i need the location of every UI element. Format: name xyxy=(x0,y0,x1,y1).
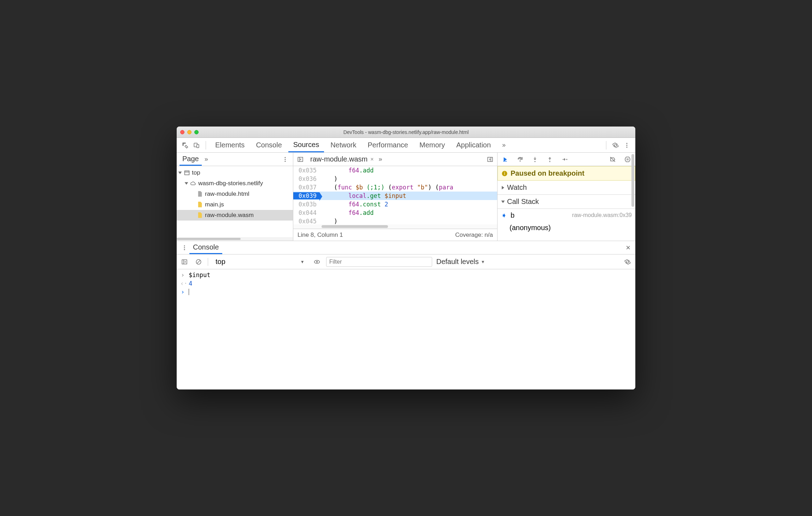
kebab-menu-icon[interactable] xyxy=(622,140,632,150)
console-text: 4 xyxy=(189,280,192,287)
code-line[interactable]: 0x035 f64.add xyxy=(293,166,497,175)
gutter-address[interactable]: 0x044 xyxy=(293,209,319,216)
code-text: ) xyxy=(319,218,497,224)
close-drawer-icon[interactable]: × xyxy=(624,243,632,252)
drawer-tab-console[interactable]: Console xyxy=(189,241,222,254)
resume-icon[interactable] xyxy=(500,154,510,164)
text-cursor xyxy=(189,289,189,295)
callstack-frame[interactable]: ➧ b raw-module.wasm:0x39 xyxy=(498,209,635,222)
code-line[interactable]: 0x044 f64.add xyxy=(293,209,497,217)
minimize-window-button[interactable] xyxy=(187,130,192,134)
tab-performance[interactable]: Performance xyxy=(363,138,413,152)
code-line[interactable]: 0x03b f64.const 2 xyxy=(293,200,497,209)
log-levels-selector[interactable]: Default levels ▼ xyxy=(436,258,485,266)
console-settings-gear-icon[interactable] xyxy=(623,257,632,267)
gutter-address[interactable]: 0x037 xyxy=(293,184,319,191)
callstack-frame[interactable]: (anonymous) xyxy=(498,222,635,234)
tree-file[interactable]: main.js xyxy=(177,199,293,210)
watch-section[interactable]: Watch xyxy=(498,181,635,195)
device-toggle-icon[interactable] xyxy=(192,140,201,150)
tab-application[interactable]: Application xyxy=(451,138,496,152)
gutter-address[interactable]: 0x036 xyxy=(293,175,319,182)
filter-input[interactable] xyxy=(326,257,432,267)
gutter-address[interactable]: 0x039 xyxy=(293,192,319,199)
svg-rect-1 xyxy=(197,144,199,147)
svg-rect-28 xyxy=(182,260,187,264)
code-line[interactable]: 0x036 ) xyxy=(293,175,497,183)
code-line[interactable]: 0x039 local.get $input xyxy=(293,192,497,200)
tab-memory[interactable]: Memory xyxy=(414,138,450,152)
editor-tab-label: raw-module.wasm xyxy=(310,155,367,163)
editor-tabs-overflow-icon[interactable]: » xyxy=(379,156,381,163)
svg-point-4 xyxy=(626,146,628,147)
svg-point-2 xyxy=(626,143,628,144)
file-icon xyxy=(197,212,203,218)
console-sidebar-toggle-icon[interactable] xyxy=(180,257,189,267)
tabs-overflow-icon[interactable]: » xyxy=(497,138,509,152)
inspect-icon[interactable] xyxy=(180,140,190,150)
navigator-overflow-icon[interactable]: » xyxy=(205,156,207,163)
svg-point-18 xyxy=(566,159,567,160)
close-tab-icon[interactable]: × xyxy=(370,156,373,163)
editor-tab[interactable]: raw-module.wasm × xyxy=(308,153,376,166)
console-toolbar: top ▼ Default levels ▼ xyxy=(177,254,635,269)
editor-pane: raw-module.wasm × » 0x035 f64.add0x036 )… xyxy=(293,153,498,241)
tree-file[interactable]: raw-module.html xyxy=(177,189,293,199)
file-tree[interactable]: top wasm-dbg-stories.netlify raw-module.… xyxy=(177,166,293,237)
window-title: DevTools - wasm-dbg-stories.netlify.app/… xyxy=(177,129,635,135)
tree-top[interactable]: top xyxy=(177,168,293,178)
deactivate-breakpoints-icon[interactable] xyxy=(608,154,618,164)
tab-sources[interactable]: Sources xyxy=(288,138,324,152)
step-over-icon[interactable] xyxy=(515,154,525,164)
toggle-navigator-icon[interactable] xyxy=(295,154,305,164)
step-out-icon[interactable] xyxy=(545,154,555,164)
tree-file-selected[interactable]: raw-module.wasm xyxy=(177,210,293,221)
maximize-window-button[interactable] xyxy=(194,130,199,134)
console-prompt[interactable]: › xyxy=(177,288,635,296)
clear-console-icon[interactable] xyxy=(194,257,204,267)
console-row-input: › $input xyxy=(177,271,635,279)
horizontal-scrollbar[interactable] xyxy=(177,237,293,241)
frame-location: raw-module.wasm:0x39 xyxy=(572,212,632,218)
gutter-address[interactable]: 0x03b xyxy=(293,201,319,208)
editor-scrollbar[interactable] xyxy=(293,224,497,229)
prompt-caret-icon: › xyxy=(180,288,185,295)
cloud-icon xyxy=(190,180,196,187)
section-label: Call Stack xyxy=(507,198,539,206)
disclosure-triangle-icon[interactable] xyxy=(502,186,504,189)
step-into-icon[interactable] xyxy=(530,154,540,164)
vertical-scrollbar[interactable] xyxy=(631,153,635,241)
code-line[interactable]: 0x037 (func $b (;1;) (export "b") (para xyxy=(293,183,497,192)
tab-console[interactable]: Console xyxy=(251,138,287,152)
gutter-address[interactable]: 0x045 xyxy=(293,218,319,224)
svg-line-31 xyxy=(197,260,200,263)
disclosure-triangle-icon[interactable] xyxy=(185,182,188,185)
section-label: Watch xyxy=(507,183,527,192)
tab-elements[interactable]: Elements xyxy=(210,138,249,152)
tab-network[interactable]: Network xyxy=(325,138,361,152)
step-icon[interactable] xyxy=(560,154,570,164)
svg-point-25 xyxy=(184,245,185,246)
drawer-menu-icon[interactable] xyxy=(180,243,189,253)
close-window-button[interactable] xyxy=(180,130,184,134)
svg-point-33 xyxy=(316,261,318,263)
code-editor[interactable]: 0x035 f64.add0x036 )0x037 (func $b (;1;)… xyxy=(293,166,497,224)
disclosure-triangle-icon[interactable] xyxy=(178,172,182,174)
svg-point-17 xyxy=(549,161,551,162)
svg-point-5 xyxy=(285,157,286,158)
toggle-debugger-icon[interactable] xyxy=(485,154,495,164)
settings-gear-icon[interactable] xyxy=(611,140,620,150)
callstack-section[interactable]: Call Stack xyxy=(498,195,635,209)
context-selector[interactable]: top ▼ xyxy=(212,257,308,267)
gutter-address[interactable]: 0x035 xyxy=(293,167,319,174)
tree-domain[interactable]: wasm-dbg-stories.netlify xyxy=(177,178,293,189)
navigator-menu-icon[interactable] xyxy=(280,154,290,164)
live-expression-icon[interactable] xyxy=(312,257,322,267)
dropdown-caret-icon: ▼ xyxy=(300,259,305,264)
code-text: f64.add xyxy=(319,167,497,174)
code-text: f64.const 2 xyxy=(319,201,497,208)
code-line[interactable]: 0x045 ) xyxy=(293,217,497,224)
navigator-tab-page[interactable]: Page xyxy=(180,153,202,166)
console-output[interactable]: › $input ‹· 4 › xyxy=(177,269,635,389)
disclosure-triangle-icon[interactable] xyxy=(501,200,505,203)
